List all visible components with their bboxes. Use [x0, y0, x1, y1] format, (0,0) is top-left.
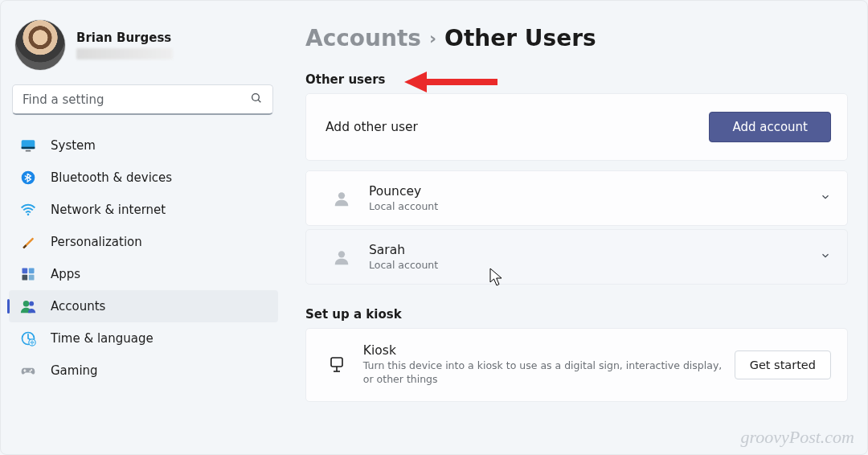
section-other-users-heading: Other users — [305, 72, 848, 87]
add-other-user-label: Add other user — [326, 120, 418, 134]
user-name: Sarah — [369, 243, 438, 257]
svg-point-18 — [338, 251, 345, 257]
profile-email-blurred — [76, 48, 173, 59]
user-type: Local account — [369, 200, 438, 212]
clock-globe-icon — [20, 330, 36, 346]
sidebar-item-time[interactable]: Time & language — [9, 322, 278, 355]
svg-rect-10 — [29, 275, 35, 281]
nav: System Bluetooth & devices Network & int… — [9, 126, 278, 387]
svg-rect-9 — [23, 275, 28, 281]
sidebar: Brian Burgess System — [1, 1, 286, 454]
search-input-wrapper[interactable] — [12, 84, 273, 115]
profile-name: Brian Burgess — [76, 31, 173, 45]
svg-point-6 — [27, 214, 30, 216]
kiosk-icon — [327, 354, 347, 376]
sidebar-item-label: Time & language — [51, 331, 154, 346]
sidebar-item-label: Accounts — [51, 299, 105, 314]
avatar — [15, 20, 65, 70]
add-other-user-row: Add other user Add account — [305, 93, 848, 161]
svg-point-12 — [29, 301, 34, 306]
kiosk-title: Kiosk — [363, 343, 735, 358]
system-icon — [20, 137, 36, 154]
wifi-icon — [20, 202, 36, 218]
sidebar-item-apps[interactable]: Apps — [9, 258, 278, 290]
bluetooth-icon — [20, 170, 36, 186]
svg-point-11 — [23, 301, 30, 307]
sidebar-item-accounts[interactable]: Accounts — [9, 290, 278, 322]
breadcrumb-parent[interactable]: Accounts — [305, 25, 421, 51]
apps-icon — [20, 266, 36, 282]
chevron-down-icon — [820, 249, 831, 264]
profile-header[interactable]: Brian Burgess — [9, 9, 278, 76]
sidebar-item-label: System — [51, 138, 96, 153]
svg-rect-8 — [29, 268, 35, 274]
accounts-icon — [20, 298, 36, 314]
sidebar-item-label: Gaming — [51, 363, 98, 378]
section-kiosk-heading: Set up a kiosk — [305, 307, 848, 322]
sidebar-item-network[interactable]: Network & internet — [9, 194, 278, 226]
main-content: Accounts › Other Users Other users Add o… — [286, 1, 867, 454]
gamepad-icon — [20, 363, 36, 379]
chevron-down-icon — [820, 191, 831, 206]
sidebar-item-label: Personalization — [51, 235, 142, 249]
sidebar-item-label: Apps — [51, 267, 80, 281]
sidebar-item-bluetooth[interactable]: Bluetooth & devices — [9, 162, 278, 194]
user-name: Pouncey — [369, 184, 438, 199]
user-row[interactable]: Pouncey Local account — [305, 170, 848, 226]
svg-point-15 — [31, 369, 32, 371]
sidebar-item-personalization[interactable]: Personalization — [9, 226, 278, 258]
svg-rect-3 — [22, 147, 35, 150]
page-title: Other Users — [444, 25, 596, 51]
sidebar-item-gaming[interactable]: Gaming — [9, 355, 278, 387]
user-row[interactable]: Sarah Local account — [305, 229, 848, 285]
svg-rect-4 — [26, 150, 31, 152]
kiosk-get-started-button[interactable]: Get started — [735, 350, 831, 379]
kiosk-row[interactable]: Kiosk Turn this device into a kiosk to u… — [305, 328, 848, 402]
sidebar-item-system[interactable]: System — [9, 129, 278, 162]
svg-rect-19 — [331, 358, 342, 367]
svg-point-0 — [252, 93, 260, 100]
person-icon — [330, 187, 353, 210]
person-icon — [330, 246, 353, 268]
sidebar-item-label: Network & internet — [51, 203, 166, 217]
chevron-right-icon: › — [429, 28, 436, 48]
add-account-button[interactable]: Add account — [709, 112, 831, 142]
svg-rect-7 — [23, 268, 28, 274]
kiosk-description: Turn this device into a kiosk to use as … — [363, 359, 735, 387]
paintbrush-icon — [20, 234, 36, 250]
search-icon — [250, 92, 263, 108]
search-input[interactable] — [23, 92, 250, 107]
user-type: Local account — [369, 259, 438, 271]
svg-point-16 — [30, 371, 31, 372]
svg-line-1 — [258, 100, 260, 102]
svg-point-17 — [338, 192, 345, 199]
sidebar-item-label: Bluetooth & devices — [51, 170, 172, 185]
breadcrumb: Accounts › Other Users — [305, 25, 848, 51]
